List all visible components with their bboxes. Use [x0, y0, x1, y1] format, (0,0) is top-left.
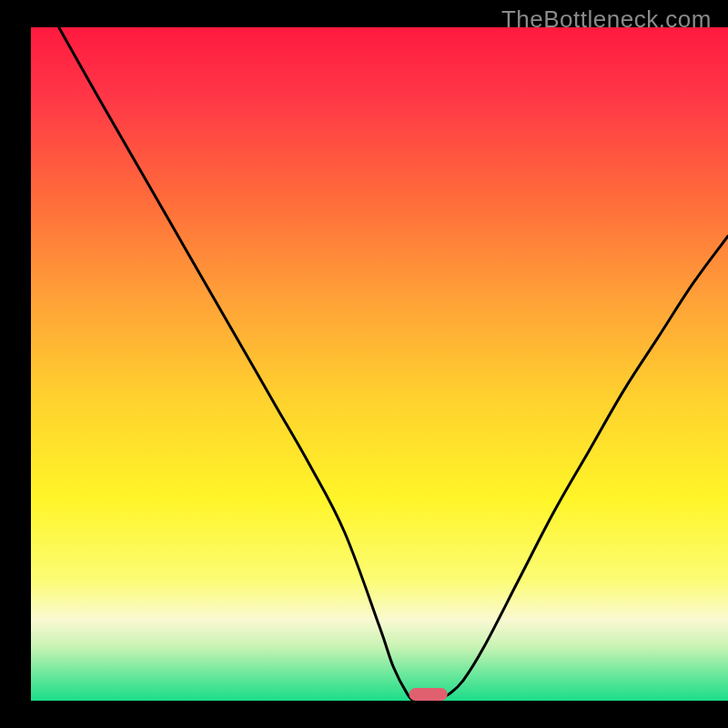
- watermark-text: TheBottleneck.com: [501, 5, 712, 34]
- plot-background: [31, 27, 728, 701]
- bottleneck-chart: [0, 0, 728, 728]
- chart-frame: TheBottleneck.com: [0, 0, 728, 728]
- trough-marker: [410, 688, 448, 701]
